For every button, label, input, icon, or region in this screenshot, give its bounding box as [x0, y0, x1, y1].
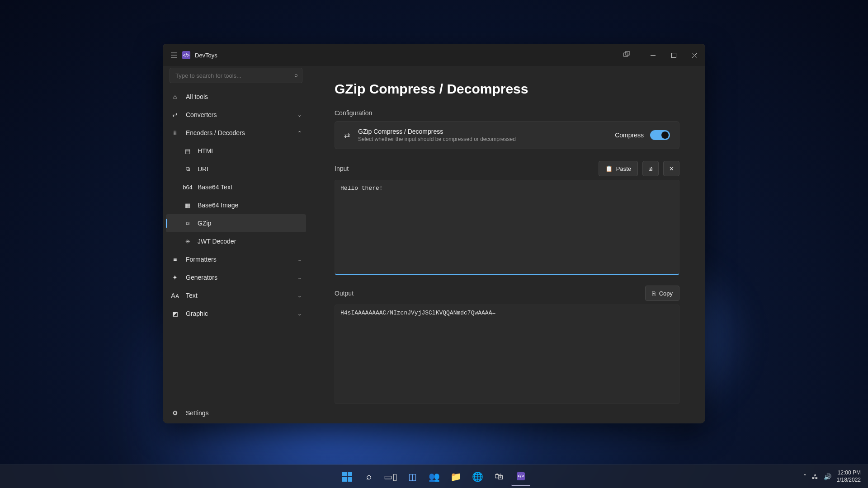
compact-icon	[623, 51, 630, 58]
sidebar-item-base64-image[interactable]: ▦ Base64 Image	[163, 196, 309, 214]
clear-input-button[interactable]: ✕	[663, 161, 679, 176]
svg-rect-2	[671, 53, 676, 57]
maximize-icon	[671, 53, 676, 58]
converters-icon: ⇄	[170, 111, 179, 118]
gzip-icon: ⧈	[183, 220, 192, 227]
windows-icon	[342, 472, 352, 482]
output-textarea[interactable]	[335, 305, 679, 404]
sidebar-item-label: Base64 Text	[198, 183, 232, 191]
jwt-icon: ✳	[183, 238, 192, 245]
gear-icon: ⚙	[170, 409, 179, 417]
sidebar-item-settings[interactable]: ⚙ Settings	[163, 403, 309, 423]
input-label: Input	[335, 165, 349, 172]
paste-button-label: Paste	[616, 165, 631, 172]
taskbar-teams[interactable]: 👥	[425, 467, 443, 486]
configuration-label: Configuration	[335, 109, 679, 117]
sidebar-item-label: Base64 Image	[198, 202, 238, 209]
svg-rect-4	[348, 472, 352, 476]
output-label: Output	[335, 290, 354, 297]
sidebar-group-converters[interactable]: ⇄ Converters ⌄	[163, 106, 309, 124]
chevron-up-icon: ⌃	[297, 130, 302, 136]
compact-overlay-button[interactable]	[616, 46, 637, 64]
sidebar-item-html[interactable]: ▤ HTML	[163, 142, 309, 160]
open-file-button[interactable]: 🗎	[642, 161, 659, 176]
sidebar-item-label: All tools	[186, 93, 208, 100]
sidebar-item-jwt[interactable]: ✳ JWT Decoder	[163, 232, 309, 250]
chevron-down-icon: ⌄	[297, 293, 302, 299]
compress-toggle[interactable]	[650, 130, 670, 140]
sidebar-item-label: Graphic	[186, 310, 208, 317]
copy-button[interactable]: ⎘ Copy	[645, 286, 679, 301]
chevron-down-icon: ⌄	[297, 257, 302, 263]
app-title: DevToys	[195, 52, 217, 59]
sidebar: ⌕ ⌂ All tools ⇄ Converters ⌄ ⁞⁞ Encoders…	[163, 66, 309, 423]
swap-icon: ⇄	[344, 131, 350, 140]
svg-rect-1	[625, 52, 630, 55]
folder-icon: 📁	[450, 471, 462, 482]
html-icon: ▤	[183, 148, 192, 155]
sidebar-item-all-tools[interactable]: ⌂ All tools	[163, 88, 309, 106]
start-button[interactable]	[338, 467, 357, 486]
config-card: ⇄ GZip Compress / Decompress Select whet…	[335, 121, 679, 149]
tray-overflow-button[interactable]: ˄	[803, 473, 807, 480]
generators-icon: ✦	[170, 274, 179, 281]
base64-image-icon: ▦	[183, 202, 192, 209]
volume-icon[interactable]: 🔊	[824, 473, 831, 480]
sidebar-group-generators[interactable]: ✦ Generators ⌄	[163, 268, 309, 286]
taskbar-widgets[interactable]: ◫	[403, 467, 422, 486]
sidebar-item-label: Encoders / Decoders	[186, 129, 245, 136]
taskbar-explorer[interactable]: 📁	[446, 467, 465, 486]
minimize-button[interactable]	[642, 46, 663, 64]
url-icon: ⧉	[183, 165, 192, 173]
sidebar-item-label: HTML	[198, 147, 215, 155]
copy-button-label: Copy	[659, 290, 673, 297]
search-input[interactable]	[170, 68, 302, 83]
sidebar-group-formatters[interactable]: ≡ Formatters ⌄	[163, 250, 309, 268]
devtoys-icon: </>	[517, 472, 525, 480]
teams-icon: 👥	[429, 471, 440, 482]
taskbar-edge[interactable]: 🌐	[468, 467, 487, 486]
taskview-icon: ▭▯	[384, 471, 397, 482]
taskbar-devtoys[interactable]: </>	[511, 467, 530, 486]
svg-rect-3	[342, 472, 347, 476]
edge-icon: 🌐	[472, 471, 483, 482]
widgets-icon: ◫	[408, 471, 417, 482]
hamburger-button[interactable]	[168, 49, 180, 61]
network-icon[interactable]: 🖧	[812, 473, 818, 480]
sidebar-item-url[interactable]: ⧉ URL	[163, 160, 309, 178]
base64-text-icon: b64	[183, 184, 192, 191]
search-icon: ⌕	[294, 71, 298, 78]
page-title: GZip Compress / Decompress	[335, 81, 679, 97]
app-icon: </>	[182, 51, 190, 59]
tray-clock[interactable]: 12:00 PM 1/18/2022	[837, 469, 861, 483]
sidebar-item-gzip[interactable]: ⧈ GZip	[166, 214, 306, 232]
document-icon: 🗎	[648, 165, 654, 172]
copy-icon: ⎘	[652, 290, 656, 297]
home-icon: ⌂	[170, 93, 179, 100]
taskbar: ⌕ ▭▯ ◫ 👥 📁 🌐 🛍 </> ˄ 🖧 🔊 12:00 PM 1/18/2…	[0, 465, 868, 488]
maximize-button[interactable]	[663, 46, 684, 64]
close-button[interactable]	[684, 46, 705, 64]
config-mode-label: Compress	[615, 131, 644, 139]
sidebar-group-graphic[interactable]: ◩ Graphic ⌄	[163, 305, 309, 323]
sidebar-group-encoders[interactable]: ⁞⁞ Encoders / Decoders ⌃	[163, 124, 309, 142]
graphic-icon: ◩	[170, 310, 179, 317]
taskbar-task-view[interactable]: ▭▯	[381, 467, 400, 486]
taskbar-search[interactable]: ⌕	[359, 467, 378, 486]
config-title: GZip Compress / Decompress	[358, 128, 615, 135]
sidebar-item-base64-text[interactable]: b64 Base64 Text	[163, 178, 309, 196]
svg-rect-0	[623, 53, 628, 56]
store-icon: 🛍	[495, 471, 504, 482]
sidebar-group-text[interactable]: Aᴀ Text ⌄	[163, 286, 309, 305]
taskbar-store[interactable]: 🛍	[490, 467, 509, 486]
sidebar-item-label: JWT Decoder	[198, 238, 236, 245]
tray-date: 1/18/2022	[837, 477, 861, 484]
sidebar-item-label: Text	[186, 292, 198, 299]
sidebar-item-label: GZip	[198, 220, 211, 227]
config-subtitle: Select whether the input should be compr…	[358, 136, 615, 142]
svg-rect-5	[342, 477, 347, 482]
paste-button[interactable]: 📋 Paste	[599, 161, 638, 176]
main-content: GZip Compress / Decompress Configuration…	[309, 66, 705, 423]
sidebar-item-label: Converters	[186, 111, 217, 118]
input-textarea[interactable]	[335, 180, 679, 275]
